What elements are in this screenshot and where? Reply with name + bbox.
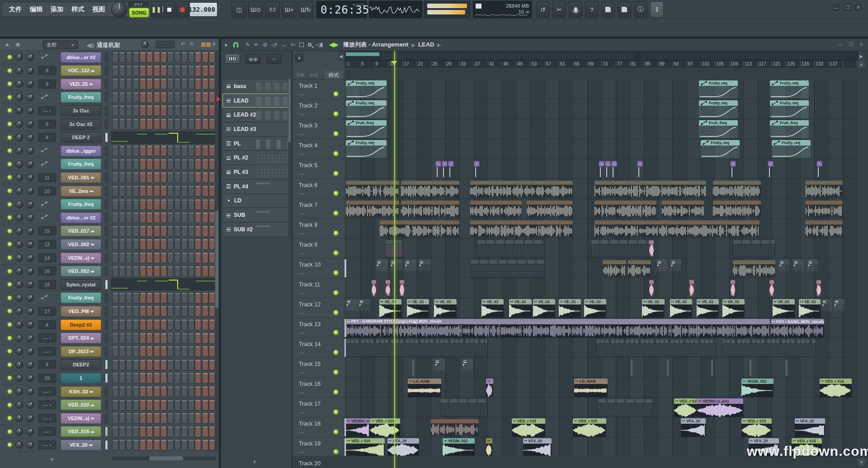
step-cell[interactable] xyxy=(167,359,174,370)
mixer-target-box[interactable]: 11 xyxy=(38,173,56,182)
timeline-ruler[interactable]: 1591317212529333741454953576165697377818… xyxy=(344,61,858,67)
step-cell[interactable] xyxy=(202,118,208,130)
step-cell[interactable] xyxy=(140,78,146,89)
add-channel-button[interactable]: + xyxy=(50,455,54,463)
step-cell[interactable] xyxy=(119,212,125,223)
audio-region[interactable] xyxy=(806,220,843,237)
channel-enable-led[interactable] xyxy=(8,443,12,447)
selection-strip[interactable] xyxy=(344,259,346,277)
step-cell[interactable] xyxy=(202,199,208,210)
step-cell[interactable] xyxy=(140,412,146,424)
step-cell[interactable] xyxy=(202,399,208,411)
track-options-dots[interactable]: ••• xyxy=(299,431,304,435)
track-options-dots[interactable]: ••• xyxy=(299,450,304,455)
step-cell[interactable] xyxy=(112,319,118,330)
step-cell[interactable] xyxy=(126,359,132,370)
step-cell[interactable] xyxy=(195,105,201,116)
automation-clip-small[interactable]: ⌁ xyxy=(637,161,643,167)
step-cell[interactable] xyxy=(126,412,132,424)
channel-volume-knob[interactable] xyxy=(26,267,34,275)
pl-maximize-button[interactable]: ❐ xyxy=(848,41,854,47)
step-cell[interactable] xyxy=(209,51,215,63)
step-cell[interactable] xyxy=(154,185,160,197)
step-cell[interactable] xyxy=(146,51,153,63)
step-cell[interactable] xyxy=(133,199,139,210)
step-cell[interactable] xyxy=(160,346,167,357)
audio-region[interactable] xyxy=(470,181,573,197)
step-cell[interactable] xyxy=(133,412,139,424)
channel-pan-knob[interactable] xyxy=(15,94,23,101)
step-sequencer[interactable] xyxy=(112,386,216,397)
channel-button[interactable]: VED..PM◆◆ xyxy=(61,306,101,317)
channel-pan-knob[interactable] xyxy=(15,147,23,154)
audio-region[interactable] xyxy=(733,260,775,277)
step-cell[interactable] xyxy=(146,199,153,210)
automation-clip-small[interactable]: ⌁ xyxy=(730,161,736,167)
step-cell[interactable] xyxy=(202,225,208,237)
channel-volume-knob[interactable] xyxy=(26,134,34,141)
step-cell[interactable] xyxy=(133,225,139,237)
channel-pan-knob[interactable] xyxy=(15,120,23,128)
channel-enable-led[interactable] xyxy=(8,242,12,246)
track-options-dots[interactable]: ••• xyxy=(299,252,304,256)
step-sequencer[interactable] xyxy=(112,239,216,250)
step-cell[interactable] xyxy=(119,439,125,450)
automation-clip-small[interactable]: ⌁ xyxy=(605,161,611,167)
step-cell[interactable] xyxy=(202,266,208,277)
step-cell[interactable] xyxy=(133,346,139,357)
step-cell[interactable] xyxy=(160,51,167,63)
channel-pan-knob[interactable] xyxy=(15,281,23,288)
step-cell[interactable] xyxy=(160,372,167,384)
step-cell[interactable] xyxy=(146,439,153,450)
step-cell[interactable] xyxy=(160,386,167,397)
step-cell[interactable] xyxy=(188,292,194,304)
automation-preview[interactable] xyxy=(111,278,216,290)
channel-button[interactable]: VED..25◆◆ xyxy=(61,79,101,89)
step-cell[interactable] xyxy=(209,332,215,344)
channel-volume-knob[interactable] xyxy=(26,187,34,195)
channel-enable-led[interactable] xyxy=(8,376,12,380)
step-cell[interactable] xyxy=(160,78,167,89)
step-cell[interactable] xyxy=(167,51,174,63)
step-cell[interactable] xyxy=(175,266,181,277)
step-cell[interactable] xyxy=(167,159,174,170)
track-mute-led[interactable] xyxy=(334,390,338,394)
step-cell[interactable] xyxy=(133,239,139,250)
audio-region[interactable] xyxy=(401,201,460,217)
step-cell[interactable] xyxy=(195,159,201,170)
step-cell[interactable] xyxy=(154,225,160,237)
mixer-target-box[interactable]: 5 xyxy=(38,120,56,129)
channel-enable-led[interactable] xyxy=(8,309,12,313)
step-cell[interactable] xyxy=(175,105,181,116)
automation-clip-small[interactable]: ⌁ xyxy=(599,161,604,167)
step-cell[interactable] xyxy=(195,212,201,223)
step-cell[interactable] xyxy=(154,386,160,397)
step-sequencer[interactable] xyxy=(112,199,216,210)
channel-select-strip[interactable] xyxy=(105,360,108,370)
track-options-dots[interactable]: ••• xyxy=(299,112,304,117)
step-cell[interactable] xyxy=(133,145,139,156)
step-cell[interactable] xyxy=(181,185,188,197)
step-cell[interactable] xyxy=(167,332,174,344)
track-mute-led[interactable] xyxy=(334,191,338,196)
channel-button[interactable]: DEEP 2 xyxy=(61,132,101,143)
channel-pan-knob[interactable] xyxy=(15,267,23,275)
channel-button[interactable]: Sylen..rystal xyxy=(61,279,101,290)
clip-sliver[interactable] xyxy=(631,360,632,376)
audio-region[interactable] xyxy=(527,201,573,217)
audio-clip[interactable]: ↦VE..02 xyxy=(722,299,745,318)
step-cell[interactable] xyxy=(167,439,174,450)
step-cell[interactable] xyxy=(112,185,118,197)
track-header[interactable]: Track 10••• xyxy=(292,258,344,278)
channel-enable-led[interactable] xyxy=(8,108,12,112)
step-cell[interactable] xyxy=(195,51,201,63)
clip-sliver[interactable] xyxy=(412,360,414,376)
help-button[interactable]: ? xyxy=(585,1,599,18)
channel-pan-knob[interactable] xyxy=(15,173,23,181)
channel-select-strip[interactable] xyxy=(105,239,108,249)
track-mute-led[interactable] xyxy=(334,430,338,434)
audio-clip[interactable]: ↦VED..r 015 xyxy=(674,398,697,417)
step-cell[interactable] xyxy=(119,266,125,277)
step-cell[interactable] xyxy=(146,118,153,130)
step-cell[interactable] xyxy=(181,266,188,277)
